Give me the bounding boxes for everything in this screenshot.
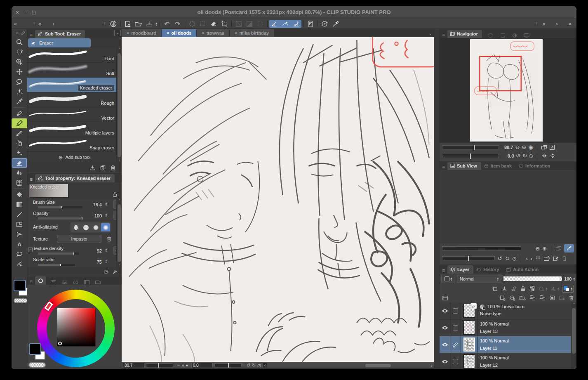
blend-mode-select[interactable]: Normal	[457, 275, 501, 283]
grid-view-icon[interactable]	[535, 256, 541, 261]
toolprop-panel-tab[interactable]: Tool property: Kneaded eraser	[35, 174, 115, 182]
rotate-cw-icon[interactable]: ↻	[252, 363, 256, 368]
texture-density-slider[interactable]	[38, 253, 79, 255]
apply-mask-icon-dim[interactable]	[559, 295, 565, 301]
subview-eyedropper-button[interactable]	[564, 244, 574, 253]
layer-thumbnail[interactable]	[461, 336, 477, 353]
navigator-thumbnail[interactable]	[470, 39, 543, 142]
open-image-icon[interactable]	[543, 256, 550, 261]
color-slider-icon[interactable]	[61, 280, 68, 285]
scale-ratio-stepper[interactable]	[105, 259, 107, 263]
nav-zoom-out-icon[interactable]: ⊖	[515, 144, 520, 150]
canvas-tab[interactable]: × ttowwaa	[197, 29, 229, 37]
canvas-tab[interactable]: × moodboard	[122, 29, 161, 37]
fit-to-navigator-icon[interactable]	[541, 144, 547, 150]
subtool-item[interactable]: Multiple layers	[27, 122, 122, 137]
subtool-item[interactable]: Vector	[27, 107, 122, 122]
texture-density-value[interactable]: 92	[97, 248, 102, 253]
panel-collapse-strip[interactable]	[434, 29, 440, 369]
zoom-out-icon[interactable]: −	[177, 363, 180, 368]
subtool-item[interactable]: Rough	[27, 92, 122, 107]
subview-rotation-slider[interactable]	[442, 256, 495, 260]
nav-rotate-ccw-icon[interactable]: ↺	[516, 153, 520, 159]
tool-operation[interactable]	[12, 57, 27, 67]
canvas-h-scrollbar[interactable]	[269, 363, 429, 368]
tool-balloon[interactable]	[12, 249, 27, 259]
color-panel-main-swatch[interactable]	[29, 343, 41, 355]
color-blend-icon[interactable]	[73, 280, 79, 285]
lock-transparent-pixels-icon[interactable]	[529, 286, 535, 292]
panel-menu-icon[interactable]: ≡	[440, 164, 447, 170]
navigator-zoom-value[interactable]: 80.7	[504, 145, 513, 150]
panel-menu-icon[interactable]: ≡	[440, 268, 447, 274]
subtool-item[interactable]: Snap eraser	[27, 137, 122, 152]
material-palette-icon[interactable]	[305, 20, 316, 28]
panel-menu-icon[interactable]: ≡	[27, 279, 35, 285]
canvas-tab[interactable]: × mika birthday	[230, 29, 274, 37]
layer-list-options-icon[interactable]	[442, 295, 448, 301]
texture-select[interactable]: Impasto	[57, 235, 101, 243]
navigator-view-rect[interactable]	[480, 57, 521, 91]
tool-fill[interactable]	[12, 190, 27, 200]
transfer-to-lower-layer-icon[interactable]	[529, 295, 536, 301]
subview-rotate-cw-icon[interactable]: ↻	[505, 255, 510, 262]
itembank-tab[interactable]: Item bank	[481, 162, 516, 170]
tool-rotate-view[interactable]	[12, 47, 27, 57]
opacity-value[interactable]: 100	[94, 213, 102, 218]
subview-tab[interactable]: Sub View	[447, 162, 481, 170]
tool-frame-border[interactable]	[12, 220, 27, 229]
save-options-stepper-icon[interactable]	[155, 22, 157, 26]
brush-size-slider[interactable]	[38, 206, 82, 208]
auto-action-tab[interactable]: Auto Action	[503, 265, 543, 274]
scale-ratio-slider[interactable]	[38, 264, 75, 266]
toolprop-scrollbar[interactable]: ⌃ ⌄	[116, 199, 122, 267]
tool-text[interactable]: A	[12, 239, 27, 249]
flip-horizontal-icon[interactable]	[487, 33, 494, 38]
collapse-left-icon[interactable]: «	[14, 21, 17, 27]
layer-color-button[interactable]	[562, 285, 574, 293]
subview-zoom-in-icon[interactable]: ⊕	[542, 245, 547, 252]
layer-row[interactable]: 100 % Linear burn Noise type	[440, 302, 571, 319]
navigator-rotation-value[interactable]: 0.0	[508, 153, 514, 158]
delete-layer-icon[interactable]	[569, 295, 574, 301]
add-subtool-button[interactable]: ⊕ Add sub tool	[27, 152, 122, 163]
nav-reset-rotation-icon[interactable]: ◷	[529, 153, 533, 158]
layer-checkbox[interactable]	[450, 319, 461, 336]
tool-eyedropper[interactable]	[12, 97, 27, 106]
reset-all-settings-icon[interactable]: ◷	[104, 269, 108, 274]
snap-special-ruler-icon[interactable]	[280, 20, 291, 28]
snap-ruler-icon[interactable]	[269, 20, 280, 28]
information-tab[interactable]: Information	[516, 162, 555, 170]
tool-auto-select[interactable]	[12, 87, 27, 97]
clip-studio-logo-icon[interactable]	[108, 20, 119, 28]
select-again-icon[interactable]	[198, 20, 208, 28]
expand-right-icon[interactable]: »	[569, 21, 572, 27]
collapse-panel-icon[interactable]: «	[543, 21, 546, 27]
layer-opacity-slider[interactable]	[503, 276, 562, 281]
layer-visibility-toggle[interactable]	[440, 319, 450, 336]
layer-visibility-toggle[interactable]	[440, 353, 450, 369]
new-layer-folder-icon[interactable]	[519, 295, 526, 301]
reference-layer-icon[interactable]	[501, 286, 508, 292]
close-tab-icon[interactable]: ×	[235, 31, 237, 35]
layer-row[interactable]: 100 % Normal Layer 12	[440, 353, 571, 369]
subtool-item-selected[interactable]: Kneaded eraser	[27, 78, 122, 92]
undo-icon[interactable]: ↶	[162, 20, 172, 28]
hue-ring[interactable]	[37, 290, 115, 367]
next-icon[interactable]: ›	[556, 21, 557, 27]
enable-mask-group-dim[interactable]	[539, 286, 547, 292]
reset-rotation-icon[interactable]: ◷	[257, 363, 261, 368]
hue-cursor[interactable]	[44, 301, 53, 311]
main-color-swatch[interactable]	[14, 280, 26, 291]
nav-flip-vertical-icon[interactable]	[550, 153, 556, 158]
delete-image-icon[interactable]	[562, 255, 567, 261]
layer-row[interactable]: 100 % Normal Layer 13	[440, 319, 571, 336]
panel-option-chevron-icon[interactable]: ⌄	[114, 30, 121, 36]
layer-row-selected[interactable]: 100 % Normal Layer 11	[440, 336, 571, 353]
navigator-rotation-slider[interactable]	[442, 154, 499, 158]
nav-fit-icon[interactable]: ◉	[528, 144, 533, 150]
subtool-scrollbar[interactable]: ⌃ ⌄	[116, 48, 122, 163]
layer-thumbnail[interactable]	[461, 319, 477, 336]
nav-flip-horizontal-icon[interactable]	[541, 153, 548, 158]
layer-scrollbar[interactable]: ⌃ ⌄	[571, 302, 576, 369]
